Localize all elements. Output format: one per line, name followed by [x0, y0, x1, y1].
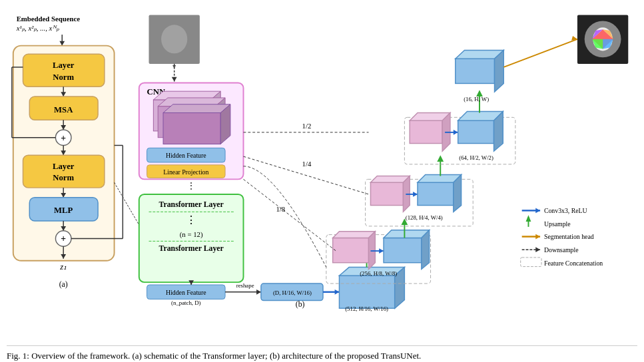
svg-text:MSA: MSA — [54, 105, 73, 114]
svg-rect-10 — [13, 46, 115, 261]
svg-rect-82 — [339, 275, 394, 308]
svg-text:Layer: Layer — [53, 162, 75, 171]
svg-text:Hidden Feature: Hidden Feature — [166, 289, 206, 296]
svg-rect-27 — [23, 155, 104, 188]
svg-text:(64, H/2, W/2): (64, H/2, W/2) — [459, 154, 493, 161]
svg-text:Layer: Layer — [53, 61, 75, 70]
svg-text:▼: ▼ — [171, 63, 177, 70]
svg-marker-127 — [495, 50, 504, 92]
svg-marker-117 — [454, 130, 458, 135]
svg-text:Hidden Feature: Hidden Feature — [166, 152, 206, 159]
svg-marker-91 — [369, 232, 376, 270]
svg-text:z₁: z₁ — [59, 262, 67, 272]
svg-text:Transformer Layer: Transformer Layer — [159, 244, 224, 253]
svg-rect-125 — [456, 59, 495, 83]
svg-text:x¹ₚ, x²ₚ, ..., xᴺₚ: x¹ₚ, x²ₚ, ..., xᴺₚ — [16, 24, 60, 32]
svg-marker-56 — [163, 104, 230, 113]
svg-marker-81 — [335, 289, 340, 295]
svg-marker-103 — [403, 176, 410, 212]
svg-marker-54 — [215, 98, 225, 138]
svg-marker-50 — [153, 91, 220, 100]
svg-text:(128, H/4, W/4): (128, H/4, W/4) — [406, 214, 443, 221]
svg-rect-49 — [153, 100, 210, 131]
svg-rect-0 — [149, 15, 199, 64]
svg-rect-89 — [333, 238, 369, 263]
svg-text:(16, H, W): (16, H, W) — [464, 96, 489, 102]
svg-rect-55 — [163, 112, 220, 144]
svg-text:(b): (b) — [296, 300, 305, 309]
svg-point-36 — [55, 231, 71, 247]
svg-text:MLP: MLP — [54, 206, 73, 215]
svg-marker-26 — [61, 150, 66, 155]
svg-text:Embedded Sequence: Embedded Sequence — [17, 15, 81, 23]
svg-rect-113 — [410, 120, 442, 143]
svg-line-128 — [503, 39, 577, 67]
svg-rect-63 — [139, 194, 244, 282]
svg-text:CNN: CNN — [147, 87, 166, 96]
svg-marker-93 — [379, 248, 384, 254]
svg-marker-144 — [535, 234, 540, 240]
svg-marker-123 — [476, 90, 483, 96]
svg-rect-60 — [147, 165, 226, 178]
svg-point-4 — [585, 21, 621, 57]
svg-marker-99 — [401, 218, 408, 225]
svg-text:+: + — [61, 133, 66, 143]
svg-marker-119 — [458, 112, 503, 121]
svg-rect-11 — [23, 54, 104, 87]
svg-marker-76 — [256, 289, 261, 295]
svg-text:(D, H/16, W/16): (D, H/16, W/16) — [273, 289, 312, 296]
svg-rect-32 — [29, 198, 98, 221]
svg-rect-124 — [450, 55, 558, 98]
svg-marker-126 — [456, 50, 503, 59]
svg-marker-83 — [339, 268, 404, 276]
svg-marker-129 — [571, 36, 577, 41]
svg-rect-94 — [384, 238, 422, 263]
svg-text:1/2: 1/2 — [302, 122, 312, 130]
svg-marker-31 — [61, 193, 66, 198]
svg-marker-147 — [535, 247, 540, 252]
svg-text:Feature Concatenation: Feature Concatenation — [544, 260, 603, 267]
svg-rect-70 — [147, 285, 226, 299]
svg-marker-107 — [418, 175, 462, 183]
svg-marker-15 — [61, 92, 66, 96]
svg-rect-47 — [139, 83, 244, 179]
svg-marker-141 — [526, 215, 531, 222]
svg-point-20 — [55, 130, 71, 146]
svg-marker-111 — [437, 155, 444, 162]
svg-marker-90 — [333, 232, 376, 238]
svg-marker-105 — [413, 192, 418, 197]
svg-text:Conv3x3, ReLU: Conv3x3, ReLU — [544, 207, 587, 214]
svg-text:(n_patch, D): (n_patch, D) — [171, 299, 201, 306]
svg-text:Downsample: Downsample — [544, 246, 579, 254]
diagram-svg: ▼ Embedded Sequence x¹ₚ, x²ₚ, ..., xᴺₚ L… — [7, 7, 637, 313]
svg-text:Norm: Norm — [53, 73, 74, 82]
svg-marker-95 — [384, 230, 430, 238]
svg-marker-51 — [211, 91, 221, 131]
svg-text:(a): (a) — [59, 280, 68, 289]
svg-text:Linear Projection: Linear Projection — [163, 168, 208, 176]
svg-text:reshape: reshape — [236, 282, 254, 289]
svg-rect-118 — [458, 120, 494, 143]
svg-text:Segmentation head: Segmentation head — [544, 233, 594, 240]
svg-marker-84 — [395, 268, 405, 309]
svg-marker-114 — [410, 112, 450, 120]
svg-text:⋮: ⋮ — [187, 182, 195, 190]
svg-rect-16 — [29, 96, 98, 120]
svg-marker-115 — [442, 112, 450, 151]
svg-text:Norm: Norm — [53, 173, 74, 182]
svg-rect-3 — [577, 15, 628, 64]
figure-caption: Fig. 1: Overview of the framework. (a) s… — [7, 345, 637, 363]
svg-rect-149 — [521, 258, 541, 267]
svg-text:1/8: 1/8 — [276, 205, 285, 213]
svg-rect-52 — [158, 106, 215, 138]
svg-line-135 — [243, 179, 336, 251]
svg-rect-58 — [147, 148, 226, 162]
svg-rect-112 — [404, 117, 515, 164]
svg-rect-100 — [366, 179, 474, 226]
svg-text:(512, H/16, W/16): (512, H/16, W/16) — [345, 305, 388, 312]
svg-marker-57 — [220, 104, 230, 144]
svg-marker-35 — [61, 226, 66, 231]
svg-line-152 — [115, 182, 139, 225]
svg-marker-138 — [535, 208, 540, 213]
svg-marker-9 — [59, 41, 65, 46]
